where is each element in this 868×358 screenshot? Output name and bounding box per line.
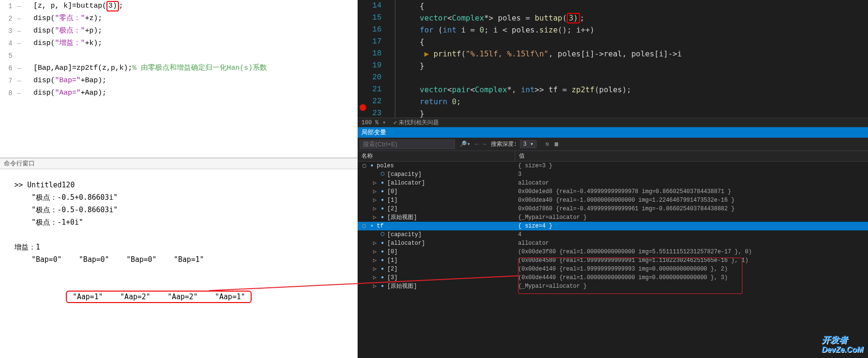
tree-row[interactable]: ▷●[allocator]allocator — [358, 239, 868, 248]
code-line[interactable]: 3 — disp("极点："+p); — [0, 25, 358, 37]
expand-icon[interactable]: ▢ — [361, 222, 367, 230]
right-pane: 14 { 15 vector<Complex*> poles = buttap(… — [358, 0, 868, 358]
variable-icon: ⬡ — [379, 231, 386, 238]
left-pane: 1 — [z, p, k]=buttap(3); 2 — disp("零点："+… — [0, 0, 358, 358]
variable-value: {_Mypair=allocator } — [515, 282, 868, 291]
expand-icon[interactable]: ▷ — [372, 239, 378, 248]
tree-row[interactable]: ▷●[1]0x00ddea40 {real=-1.00000000000000 … — [358, 196, 868, 205]
cmd-prompt: >> Untitled120 — [14, 179, 343, 191]
variable-name: poles — [377, 162, 394, 170]
tree-row[interactable]: ▷●[1](0x00de4580 {real=1.99999999999991 … — [358, 256, 868, 265]
code-text: [z, p, k]=buttap( — [33, 2, 106, 10]
search-depth-value[interactable]: 3 ▾ — [520, 140, 537, 148]
variable-value: 0x00dd7860 {real=-0.499999999999961 img=… — [515, 205, 868, 213]
tree-row[interactable]: ▷●[2](0x00de4140 {real=1.99999999999993 … — [358, 265, 868, 273]
variable-name: [0] — [387, 248, 398, 256]
tree-row[interactable]: ▷●[原始视图]{_Mypair=allocator } — [358, 213, 868, 222]
tree-row[interactable]: ▷●[allocator]allocator — [358, 179, 868, 187]
status-bar: 100 % ▾ ✔ 未找到相关问题 — [358, 118, 868, 127]
variable-icon: ● — [379, 240, 386, 247]
variable-value: 3 — [515, 170, 868, 179]
dropdown-icon[interactable]: ▾ — [382, 119, 386, 126]
nav-next-icon[interactable]: → — [480, 141, 487, 148]
variable-value: (0x00de4140 {real=1.99999999999993 img=0… — [515, 265, 868, 273]
tree-row[interactable]: ⬡[capacity]3 — [358, 170, 868, 179]
expand-icon[interactable]: ▷ — [372, 282, 378, 291]
variable-icon: ● — [379, 197, 386, 204]
variable-name: tf — [377, 222, 383, 230]
variable-icon: ● — [369, 163, 375, 169]
variable-name: [原始视图] — [387, 282, 417, 291]
code-line[interactable]: 6 — [Bap,Aap]=zp2tf(z,p,k);% 由零极点和增益确定归一… — [0, 62, 358, 75]
variable-name: [2] — [387, 265, 398, 273]
locals-columns-header: 名称 值 — [358, 151, 868, 162]
code-line[interactable]: 1 — [z, p, k]=buttap(3); — [0, 0, 358, 12]
variable-name: [allocator] — [387, 179, 425, 187]
variable-icon: ● — [379, 206, 386, 212]
column-value-header[interactable]: 值 — [515, 151, 868, 161]
variable-icon: ● — [379, 180, 386, 186]
tree-row[interactable]: ▷●[原始视图]{_Mypair=allocator } — [358, 282, 868, 291]
expand-icon[interactable]: ▷ — [372, 265, 378, 273]
variable-icon: ⬡ — [379, 171, 386, 178]
locals-search-row: 🔎▾ ← → 搜索深度: 3 ▾ ⎋ ▦ — [358, 138, 868, 151]
breakpoint-icon[interactable] — [360, 104, 366, 111]
tree-row[interactable]: ▷●[3](0x00de4440 {real=1.00000000000000 … — [358, 273, 868, 282]
code-line[interactable]: 8 — disp("Aap="+Aap); — [0, 87, 358, 99]
code-line[interactable]: 7 — disp("Bap="+Bap); — [0, 75, 358, 87]
code-line[interactable]: 2 — disp("零点："+z); — [0, 12, 358, 25]
variable-icon: ● — [379, 257, 386, 264]
zoom-level[interactable]: 100 % — [358, 119, 382, 126]
vs-code-editor[interactable]: 14 { 15 vector<Complex*> poles = buttap(… — [358, 0, 868, 118]
variable-value: { size=3 } — [515, 162, 868, 170]
tree-row[interactable]: ▷●[2]0x00dd7860 {real=-0.499999999999961… — [358, 205, 868, 213]
filter-icon[interactable]: ⎋ — [542, 141, 551, 148]
expand-icon[interactable]: ▷ — [372, 196, 378, 205]
cmd-out-line: "极点：-0.5+0.86603i" — [14, 191, 343, 204]
highlighted-aap: "Aap=1" "Aap=2" "Aap=2" "Aap=1" — [66, 291, 252, 303]
cmd-gain: 增益：1 — [14, 241, 343, 253]
tree-row[interactable]: ▢●poles{ size=3 } — [358, 162, 868, 170]
columns-icon[interactable]: ▦ — [552, 141, 561, 148]
expand-icon[interactable]: ▷ — [372, 205, 378, 213]
tree-row[interactable]: ▷●[0](0x00de3f80 {real=1.00000000000000 … — [358, 248, 868, 256]
tree-row[interactable]: ⬡[capacity]4 — [358, 230, 868, 239]
variable-value: 0x00ddea40 {real=-1.00000000000000 img=1… — [515, 196, 868, 205]
variable-icon: ● — [379, 188, 386, 195]
variable-value: 4 — [515, 230, 868, 239]
command-window-output[interactable]: >> Untitled120 "极点：-0.5+0.86603i" "极点：-0… — [0, 169, 358, 300]
tree-row[interactable]: ▢●tf{ size=4 } — [358, 222, 868, 230]
search-input[interactable] — [360, 140, 455, 149]
code-line[interactable]: 5 — [0, 50, 358, 62]
left-code-editor[interactable]: 1 — [z, p, k]=buttap(3); 2 — disp("零点："+… — [0, 0, 358, 158]
code-line[interactable]: 4 — disp("增益："+k); — [0, 37, 358, 50]
fold-dash: — — [14, 0, 24, 12]
tree-row[interactable]: ▷●[0]0x00de1ed8 {real=-0.499999999999978… — [358, 187, 868, 196]
line-number: 1 — [0, 0, 14, 12]
search-depth-label: 搜索深度: — [488, 140, 520, 148]
variable-name: [capacity] — [387, 230, 422, 239]
variable-name: [1] — [387, 256, 398, 265]
status-message: 未找到相关问题 — [399, 119, 439, 127]
locals-tree[interactable]: ▢●poles{ size=3 } ⬡[capacity]3▷●[allocat… — [358, 162, 868, 358]
expand-icon[interactable]: ▷ — [372, 187, 378, 196]
expand-icon[interactable]: ▷ — [372, 213, 378, 222]
expand-icon[interactable]: ▢ — [361, 162, 367, 170]
nav-prev-icon[interactable]: ← — [473, 141, 480, 148]
search-icon[interactable]: 🔎▾ — [457, 141, 473, 148]
command-window-title: 命令行窗口 — [0, 158, 358, 169]
highlighted-arg: 3) — [106, 1, 119, 11]
cmd-out-line: "极点：-1+0i" — [14, 216, 343, 228]
expand-icon[interactable]: ▷ — [372, 273, 378, 282]
variable-value: (0x00de4440 {real=1.00000000000000 img=0… — [515, 273, 868, 282]
variable-icon: ● — [379, 274, 386, 281]
expand-icon[interactable]: ▷ — [372, 248, 378, 256]
variable-value: allocator — [515, 179, 868, 187]
expand-icon[interactable]: ▷ — [372, 256, 378, 265]
variable-value: (0x00de3f80 {real=1.00000000000000 img=5… — [515, 248, 868, 256]
variable-icon: ● — [379, 249, 386, 255]
variable-value: allocator — [515, 239, 868, 248]
column-name-header[interactable]: 名称 — [358, 151, 515, 161]
expand-icon[interactable]: ▷ — [372, 179, 378, 187]
variable-value: { size=4 } — [515, 222, 868, 230]
